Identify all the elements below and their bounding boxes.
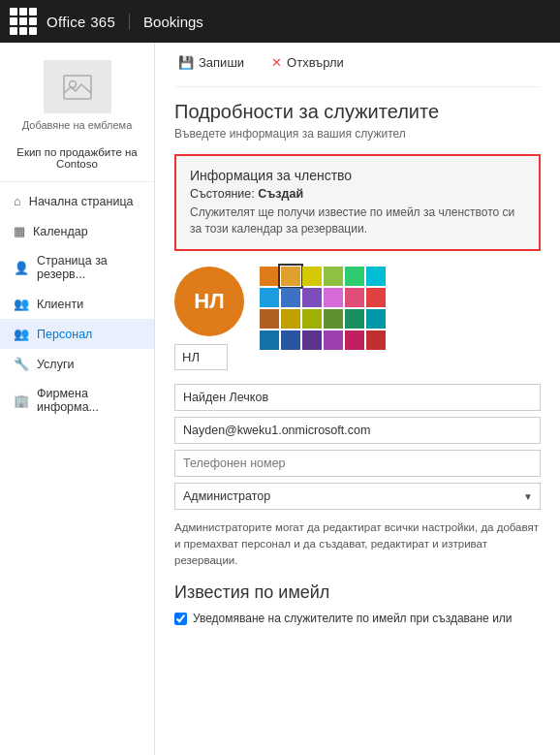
services-icon: 🔧 [14, 357, 29, 371]
sidebar-logo-area: Добавяне на емблема [0, 43, 154, 141]
sidebar-item-bookings-label: Страница за резерв... [37, 254, 140, 281]
color-swatch[interactable] [366, 309, 386, 329]
calendar-icon: ▦ [14, 224, 25, 238]
membership-box: Информация за членство Състояние: Създай… [174, 154, 541, 251]
main-layout: Добавяне на емблема Екип по продажбите н… [0, 43, 560, 755]
role-select[interactable]: Администратор Служител Зрител [174, 483, 541, 510]
company-icon: 🏢 [14, 393, 29, 408]
staff-form-row: НЛ [174, 267, 541, 370]
sidebar-item-clients[interactable]: 👥 Клиенти [0, 289, 154, 319]
toolbar: 💾 Запиши ✕ Отхвърли [174, 43, 541, 87]
initials-input[interactable] [174, 344, 228, 370]
color-swatch[interactable] [260, 330, 279, 350]
discard-button[interactable]: ✕ Отхвърли [267, 52, 348, 73]
membership-status: Състояние: Създай [190, 187, 525, 201]
logo-placeholder[interactable] [44, 60, 111, 113]
staff-form-fields: Администратор Служител Зрител ▼ [174, 384, 541, 510]
sidebar-item-home-label: Начална страница [29, 195, 134, 208]
notify-checkbox-row: Уведомяване на служителите по имейл при … [174, 611, 541, 627]
office-brand: Office 365 [47, 14, 130, 30]
color-swatch[interactable] [345, 288, 364, 307]
color-swatch[interactable] [345, 309, 364, 329]
sidebar-item-services[interactable]: 🔧 Услуги [0, 349, 154, 379]
membership-status-label: Състояние: [190, 187, 255, 201]
color-swatch[interactable] [260, 288, 279, 307]
color-swatch[interactable] [302, 288, 322, 307]
color-swatch[interactable] [302, 330, 322, 350]
page-title: Подробности за служителите [174, 101, 541, 123]
sidebar-item-calendar[interactable]: ▦ Календар [0, 216, 154, 246]
color-swatch[interactable] [324, 330, 343, 350]
sidebar-item-company[interactable]: 🏢 Фирмена информа... [0, 379, 154, 422]
full-name-input[interactable] [174, 384, 541, 411]
sidebar-nav: ⌂ Начална страница ▦ Календар 👤 Страница… [0, 182, 154, 755]
color-swatch[interactable] [345, 330, 364, 350]
color-swatch[interactable] [281, 288, 300, 307]
color-swatch[interactable] [366, 267, 386, 286]
sidebar-item-calendar-label: Календар [33, 225, 88, 238]
save-button[interactable]: 💾 Запиши [174, 52, 248, 73]
color-swatch[interactable] [366, 330, 386, 350]
home-icon: ⌂ [14, 194, 21, 208]
color-swatch[interactable] [260, 309, 279, 329]
color-swatch[interactable] [281, 267, 300, 286]
membership-title: Информация за членство [190, 168, 525, 183]
color-palette [260, 267, 386, 350]
color-swatch[interactable] [281, 309, 300, 329]
membership-status-value: Създай [258, 187, 303, 201]
sidebar-company: Екип по продажбите на Contoso [0, 141, 154, 182]
sidebar-item-clients-label: Клиенти [37, 298, 83, 311]
role-select-wrapper: Администратор Служител Зрител ▼ [174, 483, 541, 510]
sidebar-item-company-label: Фирмена информа... [37, 387, 140, 414]
email-input[interactable] [174, 417, 541, 444]
membership-description: Служителят ще получи известие по имейл з… [190, 204, 525, 237]
sidebar: Добавяне на емблема Екип по продажбите н… [0, 43, 155, 755]
sidebar-item-services-label: Услуги [37, 358, 74, 371]
admin-description: Администраторите могат да редактират вси… [174, 519, 541, 570]
color-swatch[interactable] [324, 288, 343, 307]
color-swatch[interactable] [260, 267, 279, 286]
notifications-section-title: Известия по имейл [174, 582, 541, 603]
sidebar-item-home[interactable]: ⌂ Начална страница [0, 186, 154, 216]
clients-icon: 👥 [14, 297, 29, 311]
sidebar-item-staff[interactable]: 👥 Персонал [0, 319, 154, 349]
color-swatch[interactable] [324, 309, 343, 329]
booking-page-icon: 👤 [14, 261, 29, 275]
app-grid-icon[interactable] [10, 8, 37, 35]
color-swatch[interactable] [281, 330, 300, 350]
staff-avatar: НЛ [174, 267, 244, 336]
app-name: Bookings [143, 14, 203, 30]
color-swatch[interactable] [366, 288, 386, 307]
phone-input[interactable] [174, 450, 541, 477]
discard-label: Отхвърли [287, 55, 344, 70]
discard-icon: ✕ [271, 55, 282, 70]
sidebar-item-bookings[interactable]: 👤 Страница за резерв... [0, 246, 154, 289]
top-nav: Office 365 Bookings [0, 0, 560, 43]
notify-checkbox[interactable] [174, 613, 187, 625]
save-label: Запиши [199, 55, 244, 70]
save-icon: 💾 [178, 55, 194, 70]
staff-icon: 👥 [14, 327, 29, 341]
color-swatch[interactable] [302, 267, 322, 286]
color-swatch[interactable] [345, 267, 364, 286]
page-subtitle: Въведете информация за вашия служител [174, 127, 541, 141]
svg-rect-0 [64, 76, 91, 99]
color-swatch[interactable] [324, 267, 343, 286]
content-area: 💾 Запиши ✕ Отхвърли Подробности за служи… [155, 43, 560, 755]
color-swatch[interactable] [302, 309, 322, 329]
sidebar-item-staff-label: Персонал [37, 328, 92, 341]
notify-checkbox-label: Уведомяване на служителите по имейл при … [193, 611, 513, 627]
logo-label: Добавяне на емблема [22, 119, 133, 131]
